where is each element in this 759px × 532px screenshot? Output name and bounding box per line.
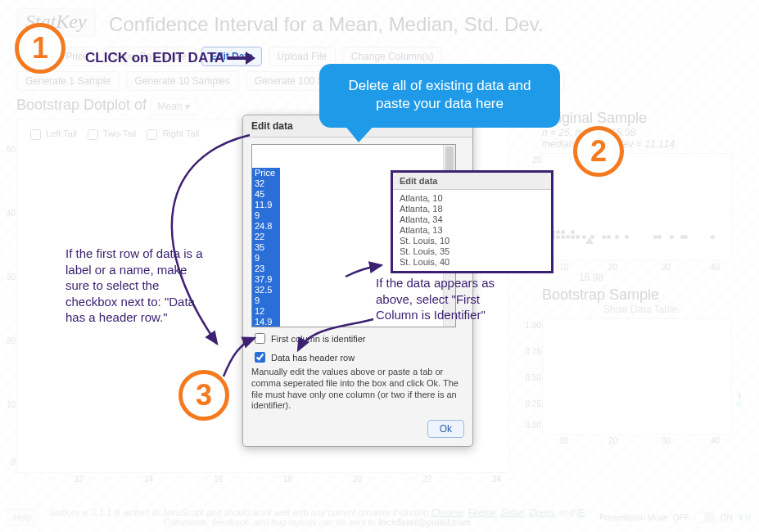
example-edit-data-dialog: Edit data Atlanta, 10 Atlanta, 18 Atlant… [391,170,553,273]
ytick: 40 [2,209,16,218]
presentation-mode-toggle[interactable] [694,512,716,523]
step-1-circle: 1 [15,23,66,74]
ytick: 1.00 [520,321,541,330]
original-title: Original Sample [542,110,739,127]
ytick: 50 [2,145,16,154]
ytick: 0.75 [520,347,541,356]
annotation-header-row: If the first row of data is a label or a… [66,246,213,326]
help-button[interactable]: Help [7,509,38,525]
xtick: 20 [353,475,362,484]
step-3-circle: 3 [178,370,229,421]
dotplot-title: Bootstrap Dotplot of [16,97,147,113]
xtick: 40 [711,436,720,445]
xtick: 30 [662,263,671,272]
xtick: 24 [492,475,501,484]
annotation-identifier: If the data appears as above, select "Fi… [376,275,513,323]
bootstrap-show-data[interactable]: Show Data Table [542,304,739,315]
footer: Help StatKey v. 2.1.1 is written in Java… [0,507,759,527]
bootstrap-sample-section: Bootstrap Sample Show Data Table 1.00 0.… [542,286,739,435]
compass-icon: ⬆N [736,391,743,409]
upload-file-button[interactable]: Upload File [269,47,337,66]
ytick: 0.25 [520,399,541,408]
original-plot: 20 15 10 5 10 20 30 40 15.98 [542,153,732,261]
bootstrap-sample-title: Bootstrap Sample [542,286,739,304]
two-tail-checkbox[interactable]: Two-Tail [84,128,136,138]
gen1-button[interactable]: Generate 1 Sample [16,71,120,91]
dialog-instructions: Manually edit the values above or paste … [251,367,464,412]
mini-dialog-data: Atlanta, 10 Atlanta, 18 Atlanta, 34 Atla… [393,190,551,271]
ytick: 0.00 [520,421,541,430]
compass-icon: ⬆N [738,513,752,522]
original-stats1: n = 25, mean = 15.98 [542,127,739,138]
ytick: 20 [528,156,541,165]
mean-marker-label: 15.98 [579,272,603,283]
link-chrome[interactable]: Chrome [431,507,463,517]
original-stats2: median = 11.9, stdev = 11.114 [542,138,739,150]
ytick: 30 [2,273,16,282]
link-opera[interactable]: Opera [529,507,554,517]
dotplot-stat-select[interactable]: Mean ▾ [151,98,197,115]
step-2-circle: 2 [573,126,624,177]
mini-dialog-header: Edit data [393,173,551,190]
xtick: 22 [422,475,431,484]
xtick: 10 [559,436,568,445]
xtick: 18 [283,475,292,484]
original-sample-section: Original Sample n = 25, mean = 15.98 med… [542,110,739,261]
xtick: 20 [608,436,617,445]
speech-bubble: Delete all of existing data and paste yo… [319,64,560,128]
bootstrap-sample-plot: 1.00 0.75 0.50 0.25 0.00 10 20 30 40 [542,318,732,435]
xtick: 30 [662,436,671,445]
ok-button[interactable]: Ok [427,420,464,438]
xtick: 12 [75,475,84,484]
ytick: 20 [2,336,16,345]
xtick: 14 [144,475,153,484]
xtick: 16 [214,475,223,484]
link-firefox[interactable]: Firefox [468,507,496,517]
ytick: 0.50 [520,373,541,382]
header: StatKey Confidence Interval for a Mean, … [16,8,743,37]
link-safari[interactable]: Safari [500,507,524,517]
xtick: 20 [608,263,617,272]
presentation-mode-label: Presentation Mode [599,513,668,522]
ytick: 0 [2,458,16,467]
ytick: 10 [2,400,16,409]
svg-marker-1 [246,52,255,65]
xtick: 10 [559,263,568,272]
link-ie[interactable]: IE [576,507,585,517]
left-tail-checkbox[interactable]: Left Tail [27,128,77,138]
arrow-right-icon [228,50,255,66]
xtick: 40 [711,263,720,272]
page-title: Confidence Interval for a Mean, Median, … [109,13,544,36]
gen10-button[interactable]: Generate 10 Samples [126,71,240,91]
annotation-click-edit: CLICK on EDIT DATA [85,49,255,67]
arrow-to-identifier-checkbox [295,318,377,358]
arrow-to-header-checkbox [219,331,269,381]
